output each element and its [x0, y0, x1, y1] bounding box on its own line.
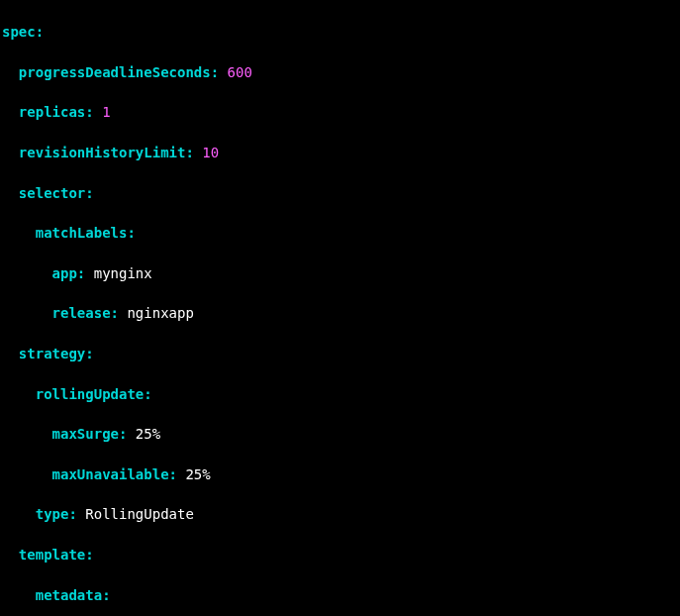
yaml-key: progressDeadlineSeconds	[19, 64, 211, 80]
yaml-value: 600	[228, 64, 252, 80]
yaml-key: revisionHistoryLimit	[19, 145, 186, 160]
yaml-line: template:	[2, 545, 678, 565]
yaml-line: app: mynginx	[2, 263, 678, 283]
yaml-line: replicas: 1	[2, 102, 678, 122]
yaml-line: rollingUpdate:	[2, 384, 678, 404]
yaml-key: rollingUpdate	[36, 386, 145, 402]
yaml-key: app	[52, 265, 77, 281]
yaml-line: progressDeadlineSeconds: 600	[2, 62, 678, 82]
yaml-key: metadata	[36, 587, 102, 603]
yaml-line: metadata:	[2, 585, 678, 605]
yaml-key: maxSurge	[52, 426, 119, 442]
yaml-key: template	[19, 547, 85, 563]
yaml-key: spec	[2, 24, 36, 40]
yaml-key: replicas	[19, 104, 85, 120]
yaml-code-block: spec: progressDeadlineSeconds: 600 repli…	[2, 2, 678, 616]
yaml-line: maxUnavailable: 25%	[2, 464, 678, 484]
yaml-line: type: RollingUpdate	[2, 504, 678, 524]
yaml-value: 25%	[185, 466, 210, 482]
yaml-key: selector	[19, 185, 85, 201]
yaml-line: matchLabels:	[2, 223, 678, 243]
yaml-key: type	[36, 506, 69, 522]
yaml-value: 10	[202, 145, 219, 160]
yaml-value: 25%	[136, 426, 160, 442]
yaml-line: maxSurge: 25%	[2, 424, 678, 444]
yaml-line: revisionHistoryLimit: 10	[2, 143, 678, 162]
yaml-value: mynginx	[94, 265, 152, 281]
yaml-value: nginxapp	[127, 305, 193, 321]
yaml-key: release	[52, 305, 111, 321]
yaml-key: matchLabels	[36, 225, 128, 241]
yaml-line: release: nginxapp	[2, 303, 678, 323]
yaml-value: 1	[102, 104, 110, 120]
yaml-line: spec:	[2, 22, 678, 42]
yaml-key: maxUnavailable	[52, 466, 169, 482]
yaml-line: strategy:	[2, 344, 678, 363]
yaml-key: strategy	[19, 346, 85, 361]
yaml-line: selector:	[2, 183, 678, 203]
yaml-value: RollingUpdate	[85, 506, 194, 522]
